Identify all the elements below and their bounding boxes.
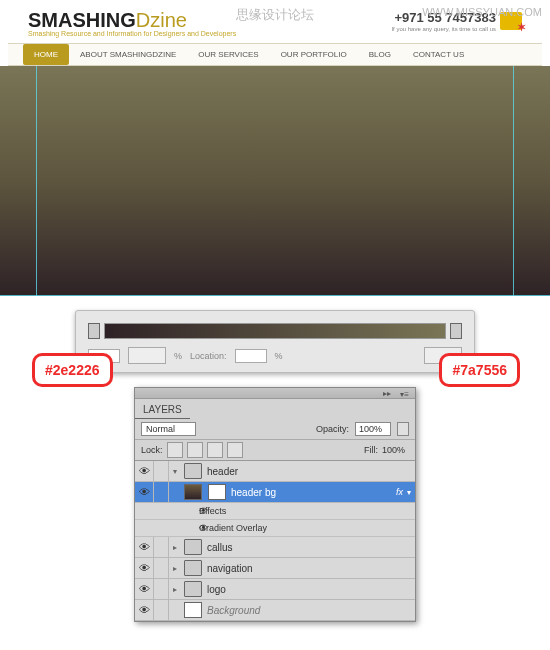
folder-icon: [184, 581, 202, 597]
watermark-url: WWW.MISSYUAN.COM: [422, 6, 542, 18]
nav-about[interactable]: ABOUT SMASHINGDZINE: [69, 44, 187, 65]
layer-name[interactable]: navigation: [205, 563, 415, 574]
website-mockup: SMASHINGDzine Smashing Resource and Info…: [0, 0, 550, 296]
folder-icon: [184, 539, 202, 555]
layer-thumb: [184, 602, 202, 618]
fill-label: Fill:: [364, 445, 378, 455]
blend-mode-select[interactable]: Normal: [141, 422, 196, 436]
panel-collapse-icon[interactable]: ▸▸: [383, 389, 391, 398]
layers-panel: ▸▸ ▾≡ LAYERS Normal Opacity: 100% Lock: …: [134, 387, 416, 622]
layer-row-header-bg[interactable]: 👁 header bg fx ▾: [135, 482, 415, 503]
logo-text-a: SMASHING: [28, 9, 136, 31]
disclosure-icon[interactable]: ▸: [169, 564, 181, 573]
visibility-icon[interactable]: 👁: [135, 520, 217, 537]
watermark-text: 思缘设计论坛: [236, 6, 314, 24]
layer-row-navigation[interactable]: 👁 ▸ navigation: [135, 558, 415, 579]
disclosure-icon[interactable]: ▸: [169, 585, 181, 594]
visibility-icon[interactable]: 👁: [135, 503, 217, 520]
layer-name[interactable]: callus: [205, 542, 415, 553]
gradient-stepper[interactable]: [128, 347, 166, 364]
fx-disclosure-icon[interactable]: ▾: [407, 488, 415, 497]
nav-contact[interactable]: CONTACT US: [402, 44, 475, 65]
visibility-icon[interactable]: 👁: [135, 465, 153, 477]
layers-tab[interactable]: LAYERS: [135, 401, 190, 419]
disclosure-icon[interactable]: ▸: [169, 543, 181, 552]
visibility-icon[interactable]: 👁: [135, 562, 153, 574]
nav-services[interactable]: OUR SERVICES: [187, 44, 269, 65]
lock-transparency-icon[interactable]: [167, 442, 183, 458]
gradient-stop-left[interactable]: [88, 323, 100, 339]
lock-label: Lock:: [141, 445, 163, 455]
layer-name[interactable]: header bg: [229, 487, 396, 498]
fx-badge[interactable]: fx: [396, 487, 407, 497]
folder-icon: [184, 560, 202, 576]
fill-value[interactable]: 100%: [382, 445, 405, 455]
layer-name[interactable]: logo: [205, 584, 415, 595]
opacity-stepper[interactable]: [397, 422, 409, 436]
guide-line: [36, 66, 37, 296]
folder-icon: [184, 463, 202, 479]
effect-gradient-overlay[interactable]: 👁 Gradient Overlay: [135, 520, 415, 537]
layer-row-logo[interactable]: 👁 ▸ logo: [135, 579, 415, 600]
layer-name[interactable]: header: [205, 466, 415, 477]
layer-name[interactable]: Background: [205, 605, 415, 616]
gradient-preview-bar[interactable]: [104, 323, 446, 339]
panel-menu-icon[interactable]: ▾≡: [400, 390, 409, 399]
logo-text-b: Dzine: [136, 9, 187, 31]
logo-block: SMASHINGDzine Smashing Resource and Info…: [28, 10, 236, 37]
layer-row-header[interactable]: 👁 ▾ header: [135, 461, 415, 482]
opacity-label: Opacity:: [316, 424, 349, 434]
layer-list: 👁 ▾ header 👁 header bg fx ▾ 👁 Effects 👁 …: [135, 461, 415, 621]
gradient-stop-right[interactable]: [450, 323, 462, 339]
hex-callout-right: #7a7556: [439, 353, 520, 387]
nav-home[interactable]: HOME: [23, 44, 69, 65]
lock-all-icon[interactable]: [227, 442, 243, 458]
guide-line: [0, 295, 550, 296]
panel-titlebar[interactable]: ▸▸ ▾≡: [135, 388, 415, 399]
layer-row-background[interactable]: 👁 Background: [135, 600, 415, 621]
visibility-icon[interactable]: 👁: [135, 486, 153, 498]
nav-portfolio[interactable]: OUR PORTFOLIO: [270, 44, 358, 65]
layer-mask-thumb: [208, 484, 226, 500]
layer-thumb: [184, 484, 202, 500]
gradient-editor: % Location: % #2e2226 #7a7556: [75, 310, 475, 373]
location-label: Location:: [190, 351, 227, 361]
badge-mark-icon: ✶: [517, 21, 526, 34]
main-nav: HOME ABOUT SMASHINGDZINE OUR SERVICES OU…: [23, 44, 527, 65]
percent-label: %: [275, 351, 283, 361]
disclosure-icon[interactable]: ▾: [169, 467, 181, 476]
percent-label: %: [174, 351, 182, 361]
opacity-value[interactable]: 100%: [355, 422, 391, 436]
location-field[interactable]: [235, 349, 267, 363]
lock-pixels-icon[interactable]: [187, 442, 203, 458]
lock-position-icon[interactable]: [207, 442, 223, 458]
effects-row[interactable]: 👁 Effects: [135, 503, 415, 520]
visibility-icon[interactable]: 👁: [135, 583, 153, 595]
nav-blog[interactable]: BLOG: [358, 44, 402, 65]
guide-line: [513, 66, 514, 296]
layer-row-callus[interactable]: 👁 ▸ callus: [135, 537, 415, 558]
phone-subtext: If you have any query, its time to call …: [391, 26, 496, 33]
visibility-icon[interactable]: 👁: [135, 604, 153, 616]
visibility-icon[interactable]: 👁: [135, 541, 153, 553]
hero-gradient: [0, 66, 550, 296]
hex-callout-left: #2e2226: [32, 353, 113, 387]
logo-tagline: Smashing Resource and Information for De…: [28, 30, 236, 37]
